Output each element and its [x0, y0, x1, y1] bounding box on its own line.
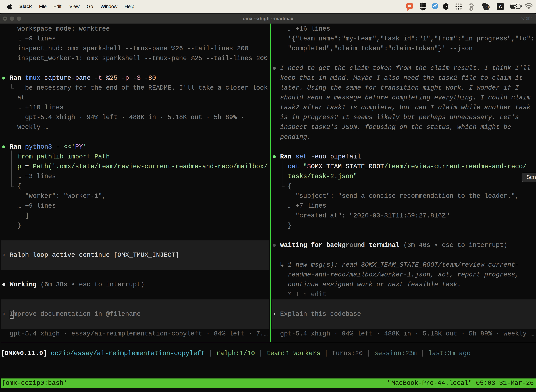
svg-text:..61: ..61	[483, 5, 489, 9]
